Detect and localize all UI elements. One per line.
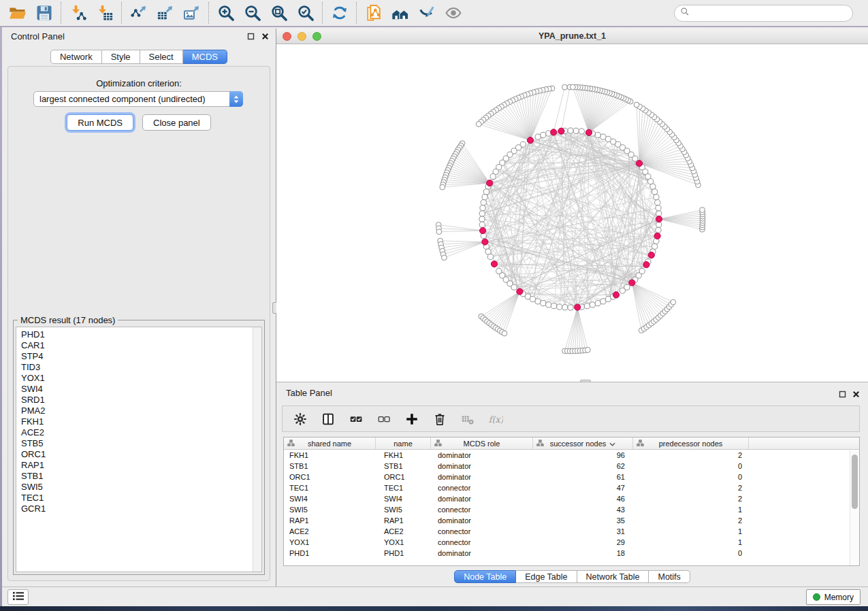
cell-predecessor-nodes[interactable]: 1 — [633, 537, 749, 548]
mcds-result-item[interactable]: TID3 — [21, 362, 261, 373]
cell-shared-name[interactable]: FKH1 — [284, 450, 376, 461]
cell-name[interactable]: RAP1 — [376, 515, 431, 526]
cell-shared-name[interactable]: ACE2 — [284, 526, 376, 537]
tab-network[interactable]: Network — [50, 50, 102, 64]
mcds-result-item[interactable]: SRD1 — [21, 395, 261, 406]
cell-MCDS-role[interactable]: connector — [431, 504, 533, 515]
memory-button[interactable]: Memory — [806, 589, 861, 605]
column-header-MCDS-role[interactable]: MCDS role — [431, 437, 533, 449]
network-overview-button[interactable] — [387, 1, 413, 24]
cell-MCDS-role[interactable]: connector — [431, 537, 533, 548]
cell-predecessor-nodes[interactable]: 2 — [633, 450, 749, 461]
mcds-result-item[interactable]: YOX1 — [21, 373, 261, 384]
cell-shared-name[interactable]: ORC1 — [284, 472, 376, 482]
cell-shared-name[interactable]: STB1 — [284, 461, 376, 472]
network-graph[interactable] — [276, 44, 868, 382]
deselect-all-checks-icon[interactable] — [376, 411, 392, 427]
column-header-shared-name[interactable]: shared name — [284, 437, 376, 449]
mcds-result-item[interactable]: STB5 — [21, 438, 261, 449]
mcds-result-item[interactable]: CAR1 — [21, 340, 261, 351]
column-header-successor-nodes[interactable]: successor nodes — [533, 437, 633, 449]
network-canvas[interactable] — [276, 44, 868, 382]
cell-successor-nodes[interactable]: 47 — [533, 482, 633, 493]
cell-MCDS-role[interactable]: connector — [431, 482, 533, 493]
mcds-result-item[interactable]: PHD1 — [21, 329, 261, 340]
annotation-pen-button[interactable] — [413, 1, 440, 24]
tab-node-table[interactable]: Node Table — [454, 570, 516, 583]
cell-successor-nodes[interactable]: 46 — [533, 493, 633, 504]
cell-shared-name[interactable]: TEC1 — [284, 482, 376, 493]
cell-name[interactable]: FKH1 — [376, 450, 431, 461]
cell-shared-name[interactable]: PHD1 — [284, 548, 376, 559]
cell-predecessor-nodes[interactable]: 0 — [633, 472, 749, 482]
zoom-fit-button[interactable] — [266, 1, 292, 24]
tab-network-table[interactable]: Network Table — [577, 570, 649, 583]
zoom-out-button[interactable] — [239, 1, 266, 24]
cell-MCDS-role[interactable]: dominator — [431, 461, 533, 472]
mcds-result-item[interactable]: ORC1 — [21, 449, 261, 460]
mcds-result-item[interactable]: GCR1 — [21, 503, 261, 514]
cell-MCDS-role[interactable]: dominator — [431, 548, 533, 559]
cell-predecessor-nodes[interactable]: 2 — [633, 515, 749, 526]
cell-name[interactable]: STB1 — [376, 461, 431, 472]
cell-successor-nodes[interactable]: 62 — [533, 461, 633, 472]
cell-shared-name[interactable]: SWI5 — [284, 504, 376, 515]
refresh-layout-button[interactable] — [326, 1, 353, 24]
cell-shared-name[interactable]: RAP1 — [284, 515, 376, 526]
close-panel-icon[interactable] — [261, 32, 269, 40]
tab-motifs[interactable]: Motifs — [649, 570, 690, 583]
cell-successor-nodes[interactable]: 18 — [533, 548, 633, 559]
tab-mcds[interactable]: MCDS — [183, 50, 227, 64]
mcds-result-item[interactable]: ACE2 — [21, 427, 261, 438]
zoom-selected-button[interactable] — [292, 1, 319, 24]
cell-name[interactable]: SWI5 — [376, 504, 431, 515]
table-scrollbar-thumb[interactable] — [852, 455, 858, 509]
export-network-button[interactable] — [125, 1, 152, 24]
float-panel-icon[interactable] — [246, 32, 255, 40]
open-session-button[interactable] — [4, 1, 31, 24]
delete-column-icon[interactable] — [432, 411, 448, 427]
tab-select[interactable]: Select — [140, 50, 183, 64]
show-columns-icon[interactable] — [320, 411, 336, 427]
cell-predecessor-nodes[interactable]: 1 — [633, 526, 749, 537]
cell-MCDS-role[interactable]: connector — [431, 526, 533, 537]
mcds-result-item[interactable]: FKH1 — [21, 416, 261, 427]
cell-successor-nodes[interactable]: 96 — [533, 450, 633, 461]
cell-predecessor-nodes[interactable]: 2 — [633, 493, 749, 504]
close-table-panel-icon[interactable] — [852, 389, 860, 401]
run-mcds-button[interactable]: Run MCDS — [67, 114, 133, 131]
save-session-button[interactable] — [31, 1, 57, 24]
cell-predecessor-nodes[interactable]: 0 — [633, 548, 749, 559]
cell-MCDS-role[interactable]: dominator — [431, 515, 533, 526]
cell-predecessor-nodes[interactable]: 0 — [633, 461, 749, 472]
cell-name[interactable]: ORC1 — [376, 472, 431, 482]
mcds-result-item[interactable]: SWI4 — [21, 384, 261, 395]
cell-MCDS-role[interactable]: dominator — [431, 493, 533, 504]
import-table-button[interactable] — [91, 1, 118, 24]
cell-successor-nodes[interactable]: 29 — [533, 537, 633, 548]
share-document-button[interactable] — [360, 1, 387, 24]
tab-style[interactable]: Style — [102, 50, 140, 64]
cell-MCDS-role[interactable]: dominator — [431, 450, 533, 461]
column-header-predecessor-nodes[interactable]: predecessor nodes — [633, 437, 749, 449]
cell-shared-name[interactable]: YOX1 — [284, 537, 376, 548]
select-all-checks-icon[interactable] — [348, 411, 364, 427]
cell-name[interactable]: SWI4 — [376, 493, 431, 504]
cell-predecessor-nodes[interactable]: 1 — [633, 504, 749, 515]
cell-MCDS-role[interactable]: dominator — [431, 472, 533, 482]
add-column-icon[interactable] — [404, 411, 420, 427]
mcds-result-item[interactable]: STP4 — [21, 351, 261, 362]
cell-predecessor-nodes[interactable]: 2 — [633, 482, 749, 493]
table-settings-gear-icon[interactable] — [292, 411, 308, 427]
cell-name[interactable]: TEC1 — [376, 482, 431, 493]
cell-successor-nodes[interactable]: 31 — [533, 526, 633, 537]
task-history-button[interactable] — [7, 589, 29, 605]
mcds-list-scrollbar[interactable] — [253, 327, 261, 572]
cell-name[interactable]: PHD1 — [376, 548, 431, 559]
cell-shared-name[interactable]: SWI4 — [284, 493, 376, 504]
mcds-result-item[interactable]: SWI5 — [21, 482, 261, 493]
optimization-criterion-select[interactable]: largest connected component (undirected) — [33, 91, 243, 107]
cell-successor-nodes[interactable]: 35 — [533, 515, 633, 526]
mcds-result-item[interactable]: RAP1 — [21, 460, 261, 471]
level-of-detail-eye-button[interactable] — [440, 1, 466, 24]
